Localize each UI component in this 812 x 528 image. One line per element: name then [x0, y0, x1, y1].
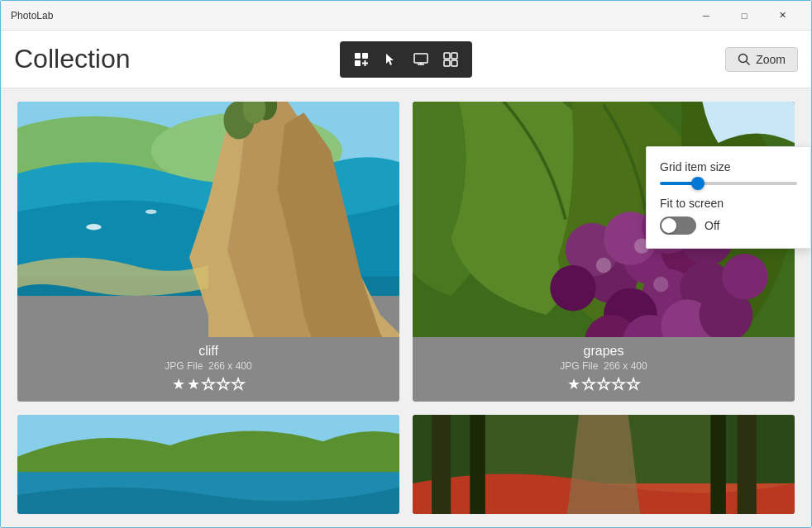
cliff-info: cliff JPG File 266 x 400 ★ ★ ★ ★ ★ — [17, 337, 399, 402]
svg-rect-53 — [738, 415, 757, 514]
grid-size-slider[interactable] — [660, 182, 797, 185]
svg-rect-1 — [362, 53, 368, 59]
header: Collection — [1, 31, 811, 88]
search-icon — [738, 53, 751, 66]
zoom-button[interactable]: Zoom — [725, 47, 798, 72]
svg-point-21 — [86, 224, 101, 230]
star-2: ★ — [582, 375, 595, 393]
svg-point-38 — [722, 254, 767, 299]
zoom-label: Zoom — [756, 53, 786, 66]
fit-to-screen-label: Fit to screen — [660, 197, 797, 210]
svg-rect-54 — [470, 415, 485, 514]
star-5: ★ — [232, 375, 245, 393]
content-area: cliff JPG File 266 x 400 ★ ★ ★ ★ ★ — [1, 88, 811, 527]
star-4: ★ — [217, 375, 230, 393]
item4-image — [413, 415, 795, 514]
svg-rect-2 — [355, 60, 361, 66]
titlebar: PhotoLab ─ □ ✕ — [1, 1, 811, 31]
grapes-info: grapes JPG File 266 x 400 ★ ★ ★ ★ ★ — [413, 337, 795, 402]
slider-thumb — [691, 177, 705, 190]
import-icon[interactable] — [348, 46, 375, 73]
svg-line-13 — [747, 61, 750, 64]
app-title: PhotoLab — [11, 10, 687, 21]
grid-view-icon[interactable] — [437, 46, 464, 73]
select-icon[interactable] — [378, 46, 404, 73]
fit-to-screen-toggle[interactable] — [660, 216, 696, 235]
svg-point-39 — [550, 265, 595, 311]
close-button[interactable]: ✕ — [763, 1, 801, 31]
svg-rect-9 — [451, 53, 457, 59]
svg-rect-52 — [432, 415, 451, 514]
toggle-knob — [662, 218, 676, 233]
svg-point-22 — [146, 209, 157, 214]
cliff-name: cliff — [198, 344, 218, 359]
toolbar-icons-group — [340, 41, 472, 78]
svg-rect-10 — [444, 60, 450, 66]
app-window: PhotoLab ─ □ ✕ Collection — [0, 0, 812, 528]
svg-rect-5 — [414, 54, 427, 63]
slideshow-icon[interactable] — [408, 46, 434, 73]
grapes-meta: JPG File 266 x 400 — [560, 360, 647, 372]
svg-rect-8 — [444, 53, 450, 59]
star-1: ★ — [567, 375, 580, 393]
zoom-panel: Grid item size Fit to screen Off — [646, 146, 811, 249]
svg-point-40 — [596, 258, 611, 273]
grid-item-3[interactable] — [17, 415, 399, 514]
toolbar-center — [340, 41, 472, 78]
minimize-button[interactable]: ─ — [687, 1, 725, 31]
grapes-name: grapes — [584, 344, 624, 359]
page-title: Collection — [14, 44, 131, 74]
grid-item-4[interactable] — [413, 415, 795, 514]
star-1: ★ — [172, 375, 185, 393]
slider-container — [660, 182, 797, 185]
cliff-meta: JPG File 266 x 400 — [165, 360, 251, 372]
star-3: ★ — [202, 375, 215, 393]
toggle-row: Off — [660, 216, 797, 235]
maximize-button[interactable]: □ — [725, 1, 763, 31]
grid-item-size-label: Grid item size — [660, 160, 797, 174]
svg-point-43 — [653, 277, 668, 292]
star-4: ★ — [612, 375, 625, 393]
toggle-state-label: Off — [705, 219, 719, 232]
cliff-rating: ★ ★ ★ ★ ★ — [172, 375, 245, 393]
grapes-rating: ★ ★ ★ ★ ★ — [567, 375, 640, 393]
svg-rect-0 — [355, 53, 361, 59]
grid-item-cliff[interactable]: cliff JPG File 266 x 400 ★ ★ ★ ★ ★ — [17, 102, 399, 402]
cliff-image — [17, 102, 399, 337]
svg-rect-55 — [710, 415, 725, 514]
svg-point-12 — [739, 54, 748, 62]
star-5: ★ — [627, 375, 640, 393]
star-2: ★ — [187, 375, 200, 393]
svg-rect-11 — [451, 60, 457, 66]
window-controls: ─ □ ✕ — [687, 1, 801, 31]
item3-image — [17, 415, 399, 514]
star-3: ★ — [597, 375, 610, 393]
